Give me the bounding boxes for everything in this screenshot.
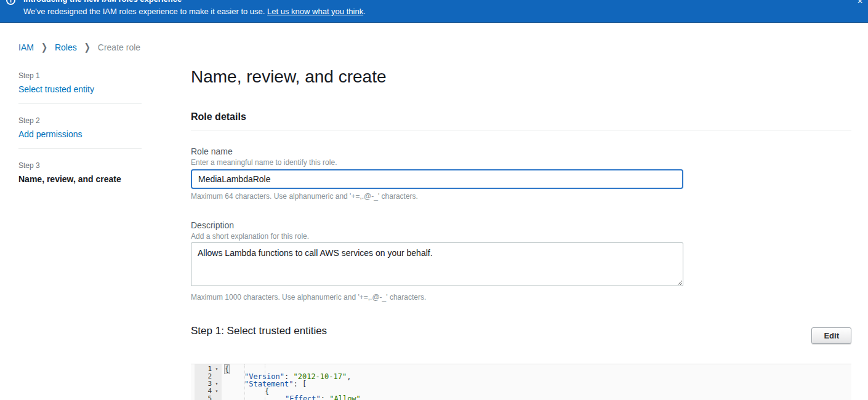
gutter-line: 5: [195, 395, 222, 400]
description-constraint-text: Maximum 1000 characters. Use alphanumeri…: [191, 293, 426, 302]
wizard-step-2: Step 2 Add permissions: [18, 116, 142, 140]
close-icon[interactable]: ✕: [857, 0, 863, 5]
fold-arrow-icon[interactable]: ▾: [212, 366, 222, 373]
code-token: "Effect": [285, 394, 321, 400]
code-token: :: [293, 380, 302, 388]
role-name-input[interactable]: [191, 169, 683, 189]
role-name-constraint-text: Maximum 64 characters. Use alphanumeric …: [191, 192, 418, 201]
editor-gutter: 1 ▾ 2 3 ▾ 4 ▾ 5: [195, 364, 222, 400]
fold-arrow-icon[interactable]: ▾: [212, 380, 222, 388]
chevron-right-icon: ❯: [41, 41, 47, 54]
sidebar-item-select-trusted-entity[interactable]: Select trusted entity: [18, 84, 142, 95]
description-textarea[interactable]: Allows Lambda functions to call AWS serv…: [191, 242, 683, 286]
breadcrumb-item-roles[interactable]: Roles: [55, 42, 77, 52]
code-token: ,: [361, 394, 365, 400]
divider: [18, 103, 142, 104]
description-hint: Add a short explanation for this role.: [191, 232, 309, 241]
wizard-step-1: Step 1 Select trusted entity: [18, 71, 142, 95]
indent-guide: [265, 364, 265, 400]
code-line: "Effect": "Allow",: [224, 395, 851, 400]
info-icon: i: [6, 0, 15, 5]
trust-policy-editor[interactable]: 1 ▾ 2 3 ▾ 4 ▾ 5 { "Version": [191, 364, 851, 400]
description-label: Description: [191, 220, 234, 231]
code-token: {: [224, 364, 230, 374]
divider: [191, 130, 851, 130]
fold-arrow-icon[interactable]: ▾: [212, 388, 222, 395]
breadcrumb: IAM ❯ Roles ❯ Create role: [18, 42, 140, 52]
role-name-label: Role name: [191, 146, 233, 157]
breadcrumb-item-iam[interactable]: IAM: [18, 42, 34, 52]
editor-code-area: { "Version": "2012-10-17", "Statement": …: [222, 364, 851, 400]
role-name-hint: Enter a meaningful name to identify this…: [191, 158, 337, 167]
indent-guide: [244, 364, 245, 400]
code-token: [: [302, 380, 307, 388]
edit-button[interactable]: Edit: [811, 327, 851, 344]
step-number-label: Step 1: [18, 71, 142, 80]
code-token: :: [321, 394, 329, 400]
code-token: {: [265, 387, 269, 396]
main-content: Name, review, and create Role details Ro…: [191, 0, 851, 400]
code-line: "Version": "2012-10-17",: [224, 373, 851, 380]
divider: [18, 148, 142, 149]
role-details-heading: Role details: [191, 111, 246, 122]
sidebar-item-name-review-create: Name, review, and create: [18, 174, 142, 185]
code-token: ,: [347, 372, 351, 381]
chevron-right-icon: ❯: [84, 41, 90, 54]
sidebar-item-add-permissions[interactable]: Add permissions: [18, 129, 142, 140]
code-line: "Statement": [: [224, 380, 851, 388]
wizard-steps-sidebar: Step 1 Select trusted entity Step 2 Add …: [18, 71, 142, 185]
step-number-label: Step 3: [18, 161, 142, 170]
wizard-step-3: Step 3 Name, review, and create: [18, 161, 142, 185]
step-number-label: Step 2: [18, 116, 142, 125]
breadcrumb-current-create-role: Create role: [98, 42, 140, 52]
code-token: "Allow": [329, 394, 361, 400]
page-title: Name, review, and create: [191, 66, 387, 87]
line-number: 5: [197, 395, 212, 400]
step1-review-heading: Step 1: Select trusted entities: [191, 325, 327, 337]
